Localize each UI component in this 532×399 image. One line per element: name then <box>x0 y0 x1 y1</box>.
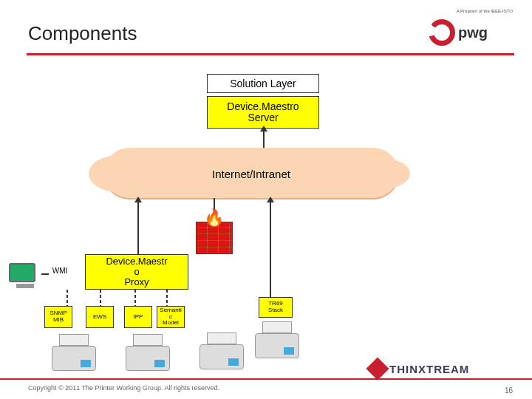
dashed-connector <box>100 290 101 307</box>
dashed-connector <box>134 290 136 307</box>
device-maestro-proxy-box: Device.Maestr o Proxy <box>85 254 188 290</box>
solution-layer-box: Solution Layer <box>207 74 319 93</box>
thinxtream-mark-icon <box>366 357 389 380</box>
thinxtream-text: THINXTREAM <box>389 363 469 375</box>
ipp-box: IPP <box>124 306 152 328</box>
printer-icon <box>52 334 100 371</box>
printer-icon <box>200 332 248 369</box>
server-line2: Server <box>248 112 278 123</box>
printer-icon <box>126 334 174 371</box>
copyright-text: Copyright © 2011 The Printer Working Gro… <box>28 384 219 392</box>
proxy-line2: o <box>134 267 139 277</box>
tr69-stack-box: TR69 Stack <box>259 297 293 318</box>
proxy-line3: Proxy <box>124 277 149 287</box>
thinxtream-logo: THINXTREAM <box>369 358 517 380</box>
wmi-label: WMI <box>48 265 72 276</box>
proxy-line1: Device.Maestr <box>106 256 167 267</box>
title-rule <box>27 53 514 55</box>
snmp-line2: MIB <box>53 317 64 324</box>
pwg-swirl-icon <box>429 19 455 46</box>
connector-line <box>137 200 139 256</box>
dashed-connector <box>166 290 168 307</box>
pwg-logo-text: pwg <box>458 24 488 41</box>
device-maestro-server-box: Device.Maestro Server <box>207 96 319 129</box>
tr-line2: Stack <box>268 307 283 314</box>
workstation-icon <box>9 263 41 293</box>
fire-icon: 🔥 <box>204 208 224 228</box>
server-line1: Device.Maestro <box>227 101 299 112</box>
dashed-connector <box>66 290 68 307</box>
cloud-label: Internet/Intranet <box>212 168 290 180</box>
snmp-mib-box: SNMP MIB <box>44 306 72 328</box>
ews-box: EWS <box>86 306 114 328</box>
connector-line <box>263 129 265 149</box>
pwg-logo: A Program of the IEEE-ISTO pwg <box>429 18 514 47</box>
logo-tagline: A Program of the IEEE-ISTO <box>457 9 513 13</box>
internet-cloud: Internet/Intranet <box>103 148 399 200</box>
printer-icon <box>255 321 304 358</box>
sem-line3: Model <box>163 320 179 327</box>
slide-title: Components <box>28 22 137 45</box>
page-number: 16 <box>505 386 513 395</box>
semantic-model-box: Semanti c Model <box>157 306 185 328</box>
connector-line <box>270 200 271 299</box>
